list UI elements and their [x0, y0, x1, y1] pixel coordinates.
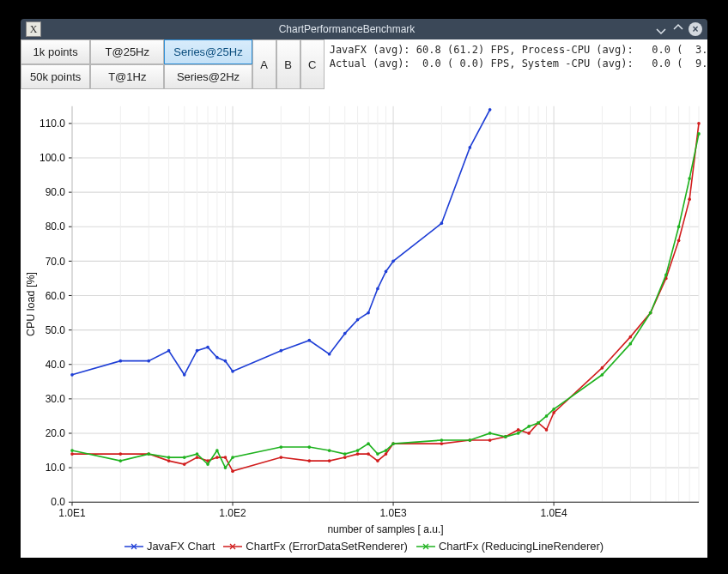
- legend-item-errordataset: ChartFx (ErrorDataSetRenderer): [220, 540, 411, 553]
- svg-point-83: [70, 373, 74, 377]
- legend-swatch-icon: [124, 541, 143, 553]
- svg-point-108: [167, 459, 171, 462]
- svg-text:90.0: 90.0: [46, 186, 66, 198]
- status-text: JavaFX (avg): 60.8 (61.2) FPS, Process-C…: [325, 39, 707, 70]
- svg-point-105: [70, 452, 74, 456]
- svg-point-93: [280, 349, 283, 353]
- legend-label: JavaFX Chart: [147, 540, 215, 553]
- btn-1k-points[interactable]: 1k points: [21, 39, 90, 64]
- legend-label: ChartFx (ReducingLineRenderer): [439, 540, 604, 553]
- legend-item-reducingline: ChartFx (ReducingLineRenderer): [413, 540, 607, 553]
- svg-point-144: [183, 456, 186, 459]
- svg-point-133: [601, 366, 604, 370]
- svg-point-117: [328, 459, 331, 462]
- svg-point-94: [307, 339, 311, 342]
- svg-point-139: [697, 122, 701, 125]
- svg-point-85: [147, 360, 150, 363]
- svg-point-145: [196, 452, 199, 456]
- btn-series-25hz[interactable]: Series@25Hz: [164, 39, 252, 64]
- svg-text:1.0E2: 1.0E2: [219, 507, 246, 519]
- svg-point-112: [215, 456, 219, 459]
- close-icon[interactable]: ×: [689, 22, 702, 36]
- chart-svg[interactable]: 0.010.020.030.040.050.060.070.080.090.01…: [21, 90, 707, 538]
- svg-point-161: [488, 432, 492, 435]
- maximize-icon[interactable]: [670, 21, 687, 38]
- svg-point-121: [376, 459, 379, 462]
- legend-swatch-icon: [223, 541, 242, 553]
- svg-text:40.0: 40.0: [46, 359, 66, 371]
- svg-text:50.0: 50.0: [46, 324, 66, 336]
- svg-point-167: [552, 408, 555, 411]
- svg-text:CPU load [%]: CPU load [%]: [25, 272, 37, 336]
- toggle-a[interactable]: A: [252, 39, 276, 89]
- svg-point-164: [527, 425, 531, 428]
- svg-point-95: [328, 353, 331, 356]
- svg-text:100.0: 100.0: [39, 152, 65, 164]
- svg-text:1.0E4: 1.0E4: [540, 507, 567, 519]
- svg-point-132: [552, 411, 555, 414]
- svg-point-91: [224, 360, 228, 363]
- svg-point-102: [440, 221, 444, 225]
- svg-point-137: [677, 239, 681, 242]
- toggle-b[interactable]: B: [276, 39, 300, 89]
- svg-point-153: [343, 452, 347, 456]
- svg-point-148: [224, 466, 228, 469]
- svg-point-168: [601, 373, 604, 377]
- svg-point-97: [356, 318, 360, 322]
- window-title: ChartPerformanceBenchmark: [41, 23, 652, 35]
- svg-point-151: [307, 445, 311, 449]
- svg-point-101: [391, 259, 395, 263]
- svg-point-146: [206, 462, 209, 466]
- svg-point-88: [196, 349, 199, 353]
- svg-point-149: [231, 456, 234, 459]
- svg-point-99: [376, 287, 379, 291]
- svg-point-104: [488, 108, 492, 112]
- window-body: 1k points T@25Hz Series@25Hz 50k points …: [21, 39, 707, 558]
- svg-point-109: [183, 462, 186, 466]
- btn-t-25hz[interactable]: T@25Hz: [90, 39, 164, 64]
- svg-point-163: [517, 432, 520, 435]
- svg-point-171: [664, 274, 668, 277]
- svg-point-142: [147, 452, 150, 456]
- svg-point-129: [527, 432, 531, 435]
- svg-point-155: [367, 442, 370, 445]
- svg-text:number of samples [ a.u.]: number of samples [ a.u.]: [327, 523, 443, 535]
- svg-text:70.0: 70.0: [46, 255, 66, 267]
- svg-point-152: [328, 449, 331, 452]
- minimize-icon[interactable]: [652, 21, 670, 38]
- svg-point-150: [280, 445, 283, 449]
- svg-text:110.0: 110.0: [39, 118, 65, 130]
- svg-point-158: [391, 442, 395, 445]
- toolbar: 1k points T@25Hz Series@25Hz 50k points …: [21, 39, 707, 89]
- svg-point-103: [468, 146, 471, 149]
- svg-point-106: [119, 452, 123, 456]
- legend: JavaFX Chart ChartFx (ErrorDataSetRender…: [21, 538, 707, 558]
- svg-point-131: [545, 428, 549, 432]
- legend-item-javafx: JavaFX Chart: [121, 540, 218, 553]
- toggle-c[interactable]: C: [300, 39, 325, 89]
- svg-point-118: [343, 456, 347, 459]
- legend-swatch-icon: [416, 541, 435, 553]
- svg-point-122: [385, 452, 388, 456]
- svg-text:20.0: 20.0: [46, 427, 66, 439]
- svg-point-124: [440, 442, 444, 445]
- svg-point-173: [688, 177, 691, 180]
- titlebar: X ChartPerformanceBenchmark ×: [21, 19, 707, 39]
- btn-series-2hz[interactable]: Series@2Hz: [164, 64, 252, 89]
- svg-text:60.0: 60.0: [46, 289, 66, 301]
- svg-text:30.0: 30.0: [46, 393, 66, 405]
- svg-point-141: [119, 459, 123, 462]
- svg-point-172: [677, 225, 681, 228]
- chart-area[interactable]: 0.010.020.030.040.050.060.070.080.090.01…: [21, 89, 707, 538]
- btn-50k-points[interactable]: 50k points: [21, 64, 90, 89]
- svg-point-162: [504, 435, 507, 438]
- svg-point-157: [385, 449, 388, 452]
- svg-text:10.0: 10.0: [46, 462, 66, 474]
- svg-point-159: [440, 438, 444, 442]
- svg-point-98: [367, 311, 370, 315]
- svg-point-128: [517, 428, 520, 432]
- svg-point-84: [119, 360, 123, 363]
- svg-text:80.0: 80.0: [46, 221, 66, 233]
- svg-point-138: [688, 197, 691, 201]
- btn-t-1hz[interactable]: T@1Hz: [90, 64, 164, 89]
